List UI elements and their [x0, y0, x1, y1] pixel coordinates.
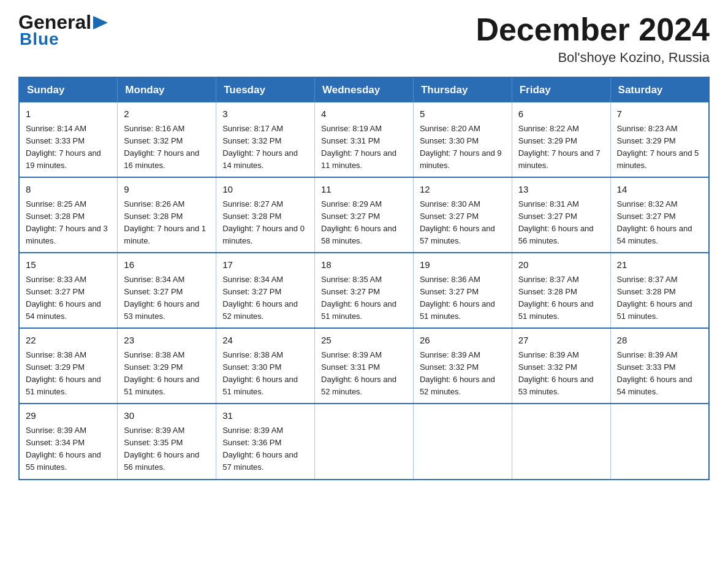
svg-marker-0 [93, 16, 108, 29]
day-number: 14 [617, 183, 702, 197]
day-number: 9 [124, 183, 210, 197]
calendar-cell: 31 Sunrise: 8:39 AM Sunset: 3:36 PM Dayl… [216, 404, 315, 479]
day-number: 12 [420, 183, 506, 197]
calendar-cell: 26 Sunrise: 8:39 AM Sunset: 3:32 PM Dayl… [413, 328, 512, 404]
calendar-cell: 3 Sunrise: 8:17 AM Sunset: 3:32 PM Dayli… [216, 102, 315, 177]
logo-arrow-icon [93, 16, 108, 29]
calendar-cell: 6 Sunrise: 8:22 AM Sunset: 3:29 PM Dayli… [512, 102, 610, 177]
calendar-cell: 18 Sunrise: 8:35 AM Sunset: 3:27 PM Dayl… [315, 253, 414, 328]
calendar-cell: 2 Sunrise: 8:16 AM Sunset: 3:32 PM Dayli… [118, 102, 216, 177]
calendar-cell: 23 Sunrise: 8:38 AM Sunset: 3:29 PM Dayl… [118, 328, 216, 404]
calendar-cell: 9 Sunrise: 8:26 AM Sunset: 3:28 PM Dayli… [118, 177, 216, 253]
header-sunday: Sunday [19, 77, 118, 102]
day-info: Sunrise: 8:20 AM Sunset: 3:30 PM Dayligh… [420, 123, 506, 172]
day-info: Sunrise: 8:33 AM Sunset: 3:27 PM Dayligh… [26, 274, 111, 323]
day-number: 1 [26, 107, 111, 121]
day-info: Sunrise: 8:38 AM Sunset: 3:29 PM Dayligh… [124, 349, 210, 399]
calendar-cell: 10 Sunrise: 8:27 AM Sunset: 3:28 PM Dayl… [216, 177, 315, 253]
day-number: 6 [518, 107, 604, 121]
day-number: 24 [222, 334, 308, 348]
calendar-cell: 11 Sunrise: 8:29 AM Sunset: 3:27 PM Dayl… [315, 177, 414, 253]
day-info: Sunrise: 8:32 AM Sunset: 3:27 PM Dayligh… [617, 198, 702, 248]
day-number: 15 [26, 258, 111, 272]
calendar-cell: 21 Sunrise: 8:37 AM Sunset: 3:28 PM Dayl… [610, 253, 709, 328]
day-number: 19 [420, 258, 506, 272]
day-info: Sunrise: 8:34 AM Sunset: 3:27 PM Dayligh… [222, 274, 308, 323]
day-info: Sunrise: 8:19 AM Sunset: 3:31 PM Dayligh… [321, 123, 407, 172]
calendar-cell: 7 Sunrise: 8:23 AM Sunset: 3:29 PM Dayli… [610, 102, 709, 177]
calendar-cell: 24 Sunrise: 8:38 AM Sunset: 3:30 PM Dayl… [216, 328, 315, 404]
calendar-cell: 1 Sunrise: 8:14 AM Sunset: 3:33 PM Dayli… [19, 102, 118, 177]
day-info: Sunrise: 8:38 AM Sunset: 3:30 PM Dayligh… [222, 349, 308, 399]
header-thursday: Thursday [413, 77, 512, 102]
day-info: Sunrise: 8:23 AM Sunset: 3:29 PM Dayligh… [617, 123, 702, 172]
day-number: 29 [26, 409, 111, 423]
day-info: Sunrise: 8:35 AM Sunset: 3:27 PM Dayligh… [321, 274, 407, 323]
calendar-cell: 25 Sunrise: 8:39 AM Sunset: 3:31 PM Dayl… [315, 328, 414, 404]
day-info: Sunrise: 8:27 AM Sunset: 3:28 PM Dayligh… [222, 198, 308, 248]
calendar-cell: 20 Sunrise: 8:37 AM Sunset: 3:28 PM Dayl… [512, 253, 610, 328]
calendar-table: Sunday Monday Tuesday Wednesday Thursday… [18, 77, 710, 480]
day-number: 20 [518, 258, 604, 272]
calendar-cell: 13 Sunrise: 8:31 AM Sunset: 3:27 PM Dayl… [512, 177, 610, 253]
day-info: Sunrise: 8:39 AM Sunset: 3:36 PM Dayligh… [222, 424, 308, 474]
day-number: 25 [321, 334, 407, 348]
day-info: Sunrise: 8:16 AM Sunset: 3:32 PM Dayligh… [124, 123, 210, 172]
calendar-title-area: December 2024 Bol'shoye Kozino, Russia [476, 12, 710, 66]
month-title: December 2024 [476, 12, 710, 47]
logo: General Blue [18, 12, 108, 49]
day-number: 5 [420, 107, 506, 121]
day-info: Sunrise: 8:39 AM Sunset: 3:33 PM Dayligh… [617, 349, 702, 399]
calendar-week-row: 1 Sunrise: 8:14 AM Sunset: 3:33 PM Dayli… [19, 102, 709, 177]
day-number: 16 [124, 258, 210, 272]
calendar-week-row: 8 Sunrise: 8:25 AM Sunset: 3:28 PM Dayli… [19, 177, 709, 253]
day-info: Sunrise: 8:37 AM Sunset: 3:28 PM Dayligh… [617, 274, 702, 323]
calendar-cell: 8 Sunrise: 8:25 AM Sunset: 3:28 PM Dayli… [19, 177, 118, 253]
day-number: 31 [222, 409, 308, 423]
day-info: Sunrise: 8:39 AM Sunset: 3:32 PM Dayligh… [420, 349, 506, 399]
day-number: 30 [124, 409, 210, 423]
day-info: Sunrise: 8:30 AM Sunset: 3:27 PM Dayligh… [420, 198, 506, 248]
day-number: 7 [617, 107, 702, 121]
calendar-cell [315, 404, 414, 479]
header-tuesday: Tuesday [216, 77, 315, 102]
day-number: 26 [420, 334, 506, 348]
day-number: 22 [26, 334, 111, 348]
day-number: 4 [321, 107, 407, 121]
calendar-cell: 17 Sunrise: 8:34 AM Sunset: 3:27 PM Dayl… [216, 253, 315, 328]
calendar-cell: 30 Sunrise: 8:39 AM Sunset: 3:35 PM Dayl… [118, 404, 216, 479]
day-info: Sunrise: 8:22 AM Sunset: 3:29 PM Dayligh… [518, 123, 604, 172]
day-info: Sunrise: 8:29 AM Sunset: 3:27 PM Dayligh… [321, 198, 407, 248]
calendar-cell: 5 Sunrise: 8:20 AM Sunset: 3:30 PM Dayli… [413, 102, 512, 177]
calendar-cell: 15 Sunrise: 8:33 AM Sunset: 3:27 PM Dayl… [19, 253, 118, 328]
day-info: Sunrise: 8:39 AM Sunset: 3:32 PM Dayligh… [518, 349, 604, 399]
day-info: Sunrise: 8:26 AM Sunset: 3:28 PM Dayligh… [124, 198, 210, 248]
header-wednesday: Wednesday [315, 77, 414, 102]
calendar-cell: 16 Sunrise: 8:34 AM Sunset: 3:27 PM Dayl… [118, 253, 216, 328]
header-saturday: Saturday [610, 77, 709, 102]
calendar-cell [413, 404, 512, 479]
day-number: 10 [222, 183, 308, 197]
header-monday: Monday [118, 77, 216, 102]
day-info: Sunrise: 8:39 AM Sunset: 3:34 PM Dayligh… [26, 424, 111, 474]
day-info: Sunrise: 8:38 AM Sunset: 3:29 PM Dayligh… [26, 349, 111, 399]
location-title: Bol'shoye Kozino, Russia [476, 50, 710, 66]
calendar-cell: 29 Sunrise: 8:39 AM Sunset: 3:34 PM Dayl… [19, 404, 118, 479]
calendar-cell [610, 404, 709, 479]
calendar-cell [512, 404, 610, 479]
calendar-week-row: 15 Sunrise: 8:33 AM Sunset: 3:27 PM Dayl… [19, 253, 709, 328]
header-friday: Friday [512, 77, 610, 102]
calendar-cell: 22 Sunrise: 8:38 AM Sunset: 3:29 PM Dayl… [19, 328, 118, 404]
calendar-cell: 19 Sunrise: 8:36 AM Sunset: 3:27 PM Dayl… [413, 253, 512, 328]
day-number: 3 [222, 107, 308, 121]
calendar-cell: 14 Sunrise: 8:32 AM Sunset: 3:27 PM Dayl… [610, 177, 709, 253]
logo-blue-label: Blue [20, 29, 59, 48]
day-number: 17 [222, 258, 308, 272]
calendar-cell: 4 Sunrise: 8:19 AM Sunset: 3:31 PM Dayli… [315, 102, 414, 177]
day-number: 18 [321, 258, 407, 272]
day-info: Sunrise: 8:31 AM Sunset: 3:27 PM Dayligh… [518, 198, 604, 248]
calendar-week-row: 22 Sunrise: 8:38 AM Sunset: 3:29 PM Dayl… [19, 328, 709, 404]
calendar-cell: 28 Sunrise: 8:39 AM Sunset: 3:33 PM Dayl… [610, 328, 709, 404]
day-number: 28 [617, 334, 702, 348]
page-header: General Blue December 2024 Bol'shoye Koz… [18, 12, 710, 66]
